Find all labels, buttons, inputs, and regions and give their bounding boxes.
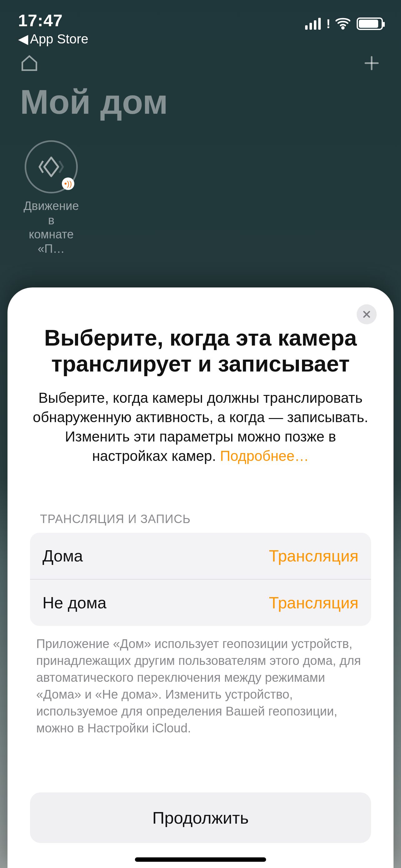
signal-alert-icon: !	[326, 17, 330, 31]
row-away-value: Трансляция	[269, 593, 359, 612]
wifi-icon	[335, 15, 351, 32]
row-away[interactable]: Не дома Трансляция	[30, 579, 371, 626]
status-time: 17:47	[18, 11, 63, 30]
back-chevron-icon: ◀	[18, 31, 28, 46]
cellular-signal-icon	[305, 18, 321, 30]
stream-record-list: Дома Трансляция Не дома Трансляция	[30, 533, 371, 626]
accessory-label: Движение в комнате «П…	[20, 199, 82, 256]
alert-badge-icon: •))	[62, 178, 74, 190]
row-away-label: Не дома	[42, 593, 106, 612]
home-app-background: Мой дом •)) Движение в комнате «П… Избра…	[0, 50, 401, 308]
home-title: Мой дом	[20, 82, 381, 122]
motion-sensor-icon: •))	[25, 140, 78, 193]
svg-point-0	[342, 27, 344, 29]
row-home[interactable]: Дома Трансляция	[30, 533, 371, 579]
add-icon[interactable]	[362, 54, 381, 74]
accessory-tile[interactable]: •)) Движение в комнате «П…	[20, 140, 82, 256]
battery-icon	[357, 18, 383, 30]
continue-button[interactable]: Продолжить	[30, 793, 371, 843]
stream-record-group-label: ТРАНСЛЯЦИЯ И ЗАПИСЬ	[40, 513, 371, 526]
footer-note: Приложение «Дом» использует геопозиции у…	[36, 635, 365, 737]
learn-more-link[interactable]: Подробнее…	[220, 448, 309, 464]
home-indicator[interactable]	[135, 857, 266, 862]
row-home-value: Трансляция	[269, 547, 359, 565]
sheet-description: Выберите, когда камеры должны транслиров…	[30, 388, 371, 466]
close-button[interactable]	[357, 304, 377, 324]
home-icon[interactable]	[20, 54, 39, 74]
back-to-app[interactable]: ◀ App Store	[18, 31, 89, 46]
row-home-label: Дома	[42, 547, 83, 565]
camera-setup-sheet: Выберите, когда эта камера транслирует и…	[7, 287, 394, 868]
status-bar: 17:47 ◀ App Store !	[0, 0, 401, 44]
back-app-label: App Store	[30, 32, 89, 46]
sheet-title: Выберите, когда эта камера транслирует и…	[30, 325, 371, 377]
